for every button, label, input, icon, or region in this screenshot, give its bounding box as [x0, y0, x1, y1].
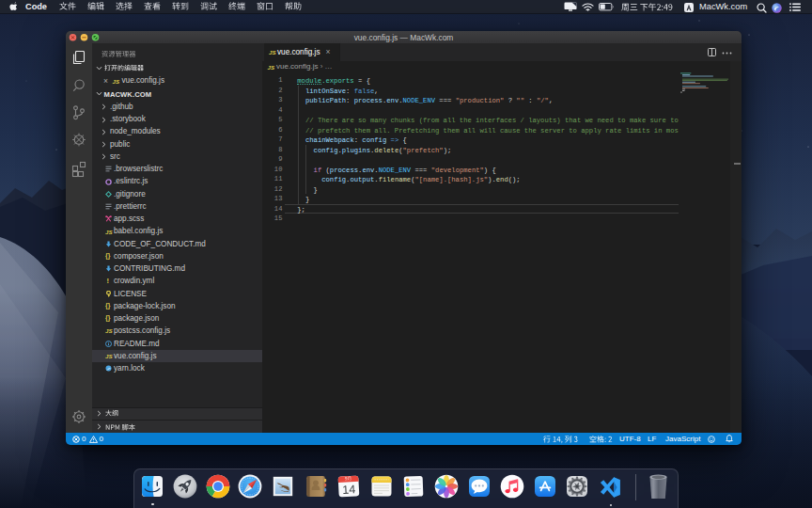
svg-text:14: 14 [342, 483, 356, 497]
